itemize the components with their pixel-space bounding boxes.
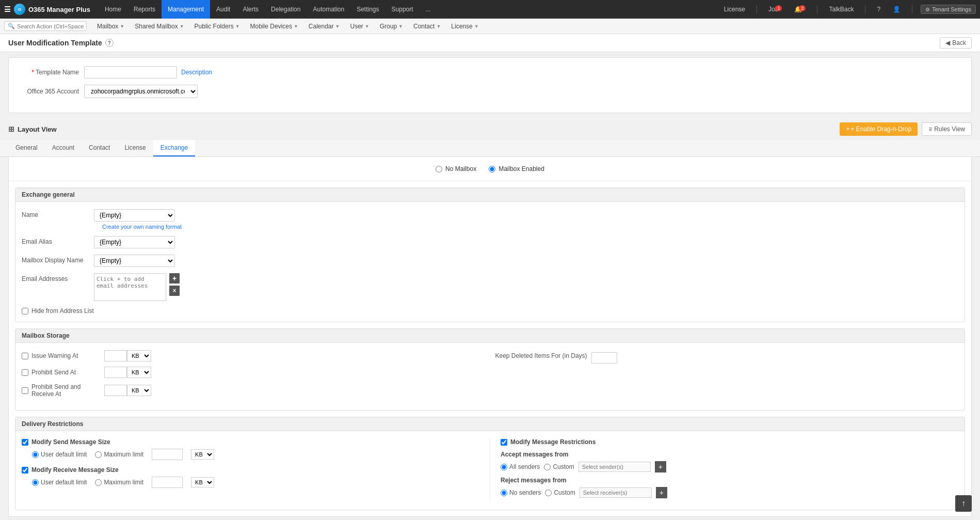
license-dropdown-arrow: ▼ bbox=[474, 24, 479, 29]
sub-nav-public-folders[interactable]: Public Folders ▼ bbox=[190, 22, 244, 31]
all-senders-option[interactable]: All senders bbox=[501, 463, 540, 470]
max-limit-send-radio[interactable] bbox=[95, 451, 102, 458]
prohibit-send-receive-checkbox[interactable] bbox=[22, 387, 28, 394]
prohibit-send-unit-select[interactable]: KB MB GB bbox=[127, 367, 151, 378]
select-receivers-input[interactable] bbox=[580, 487, 652, 498]
receive-size-unit-select[interactable]: KB MB GB bbox=[191, 477, 214, 487]
sub-nav-shared-mailbox[interactable]: Shared Mailbox ▼ bbox=[131, 22, 188, 31]
add-email-button[interactable]: + bbox=[169, 273, 180, 283]
search-box[interactable]: 🔍 bbox=[4, 21, 87, 31]
nav-support[interactable]: Support bbox=[385, 0, 420, 19]
issue-warning-input[interactable] bbox=[104, 350, 127, 361]
custom-receivers-option[interactable]: Custom bbox=[545, 489, 575, 496]
modify-receive-checkbox[interactable] bbox=[22, 467, 28, 474]
name-select[interactable]: {Empty} bbox=[94, 210, 174, 221]
user-default-send-option[interactable]: User default limit bbox=[32, 451, 87, 458]
send-size-unit-select[interactable]: KB MB GB bbox=[191, 449, 214, 460]
prohibit-send-receive-input[interactable] bbox=[104, 385, 127, 396]
prohibit-send-checkbox[interactable] bbox=[22, 369, 28, 376]
nav-more[interactable]: ... bbox=[420, 0, 437, 19]
nav-audit[interactable]: Audit bbox=[210, 0, 236, 19]
hamburger-icon[interactable]: ☰ bbox=[4, 5, 11, 13]
issue-warning-unit-select[interactable]: KB MB GB bbox=[127, 350, 151, 361]
sub-nav-group[interactable]: Group ▼ bbox=[376, 22, 407, 31]
nav-alerts[interactable]: Alerts bbox=[236, 0, 265, 19]
rules-view-button[interactable]: ≡ Rules View bbox=[922, 122, 972, 136]
email-alias-select[interactable]: {Empty} bbox=[94, 237, 174, 248]
sub-nav-mobile-devices[interactable]: Mobile Devices ▼ bbox=[246, 22, 302, 31]
app-name: O365 Manager Plus bbox=[28, 6, 90, 13]
user-default-receive-radio[interactable] bbox=[32, 479, 39, 486]
sub-nav-contact[interactable]: Contact ▼ bbox=[409, 22, 445, 31]
modify-receive-radio-row: User default limit Maximum limit KB MB G… bbox=[32, 477, 479, 488]
search-input[interactable] bbox=[17, 23, 84, 29]
no-mailbox-option[interactable]: No Mailbox bbox=[436, 165, 476, 172]
add-sender-button[interactable]: + bbox=[655, 461, 666, 472]
custom-senders-option[interactable]: Custom bbox=[544, 463, 574, 470]
nav-home[interactable]: Home bbox=[99, 0, 127, 19]
sub-nav-user[interactable]: User ▼ bbox=[346, 22, 373, 31]
template-name-input[interactable] bbox=[84, 66, 177, 78]
back-button[interactable]: ◀ Back bbox=[940, 37, 972, 49]
main-content: No Mailbox Mailbox Enabled Exchange gene… bbox=[8, 157, 972, 517]
office365-select[interactable]: zohocorpadmgrplus.onmicrosoft.com bbox=[84, 85, 198, 98]
max-limit-receive-input[interactable] bbox=[152, 477, 183, 488]
app-logo[interactable]: ☰ O O365 Manager Plus bbox=[4, 4, 90, 15]
talkback-link[interactable]: TalkBack bbox=[826, 5, 857, 14]
max-limit-receive-radio[interactable] bbox=[95, 479, 102, 486]
sub-nav-license[interactable]: License ▼ bbox=[447, 22, 483, 31]
issue-warning-checkbox[interactable] bbox=[22, 353, 28, 359]
sub-nav-calendar[interactable]: Calendar ▼ bbox=[304, 22, 344, 31]
mailbox-enabled-radio[interactable] bbox=[489, 166, 495, 172]
modify-msg-restrictions-checkbox[interactable] bbox=[501, 439, 507, 446]
enable-drag-drop-button[interactable]: + + Enable Drag-n-Drop bbox=[840, 122, 918, 136]
max-limit-send-option[interactable]: Maximum limit bbox=[95, 451, 143, 458]
sub-nav-mailbox[interactable]: Mailbox ▼ bbox=[93, 22, 128, 31]
user-default-receive-option[interactable]: User default limit bbox=[32, 479, 87, 486]
name-select-wrapper: {Empty} bbox=[94, 209, 175, 222]
select-senders-input[interactable] bbox=[579, 462, 651, 472]
description-link[interactable]: Description bbox=[181, 69, 212, 76]
tab-license[interactable]: License bbox=[117, 140, 153, 156]
remove-email-button[interactable]: × bbox=[169, 286, 180, 296]
accept-reject-section: Accept messages from All senders Custom … bbox=[501, 451, 958, 498]
prohibit-send-input[interactable] bbox=[104, 367, 127, 378]
user-default-send-radio[interactable] bbox=[32, 451, 39, 458]
nav-settings[interactable]: Settings bbox=[350, 0, 385, 19]
nav-management[interactable]: Management bbox=[162, 0, 210, 19]
delivery-restrictions-section: Delivery Restrictions Modify Send Messag… bbox=[15, 417, 965, 510]
license-link[interactable]: License bbox=[721, 5, 748, 14]
max-limit-receive-option[interactable]: Maximum limit bbox=[95, 479, 143, 486]
keep-deleted-input[interactable] bbox=[591, 352, 617, 364]
tab-account[interactable]: Account bbox=[45, 140, 82, 156]
mailbox-display-control: {Empty} bbox=[94, 255, 958, 267]
mailbox-display-select[interactable]: {Empty} bbox=[94, 255, 174, 266]
nav-automation[interactable]: Automation bbox=[307, 0, 350, 19]
prohibit-send-receive-unit-select[interactable]: KB MB GB bbox=[127, 385, 151, 396]
hide-from-list-checkbox[interactable] bbox=[22, 308, 28, 314]
mailbox-enabled-option[interactable]: Mailbox Enabled bbox=[489, 165, 544, 172]
email-addresses-textarea[interactable] bbox=[94, 273, 166, 301]
page-help-icon[interactable]: ? bbox=[105, 39, 114, 47]
tenant-settings-button[interactable]: ⚙ Tenant Settings bbox=[921, 5, 976, 14]
no-mailbox-radio[interactable] bbox=[436, 166, 442, 172]
nav-delegation[interactable]: Delegation bbox=[265, 0, 307, 19]
jobs-link[interactable]: Job1 bbox=[765, 5, 785, 14]
modify-send-checkbox[interactable] bbox=[22, 439, 28, 446]
notifications-icon[interactable]: 🔔2 bbox=[791, 5, 809, 14]
max-limit-send-input[interactable] bbox=[152, 449, 183, 460]
tab-exchange[interactable]: Exchange bbox=[153, 140, 195, 156]
tab-contact[interactable]: Contact bbox=[82, 140, 117, 156]
add-receiver-button[interactable]: + bbox=[656, 487, 667, 498]
tab-general[interactable]: General bbox=[8, 140, 45, 156]
no-senders-option[interactable]: No senders bbox=[501, 489, 541, 496]
custom-receivers-radio[interactable] bbox=[545, 490, 552, 496]
help-icon[interactable]: ? bbox=[874, 5, 883, 14]
no-senders-radio[interactable] bbox=[501, 490, 507, 496]
scroll-to-top-icon[interactable]: ↑ bbox=[955, 495, 972, 512]
naming-format-link[interactable]: Create your own naming format bbox=[102, 224, 182, 230]
custom-senders-radio[interactable] bbox=[544, 464, 551, 470]
user-icon[interactable]: 👤 bbox=[890, 5, 904, 14]
all-senders-radio[interactable] bbox=[501, 464, 507, 470]
nav-reports[interactable]: Reports bbox=[127, 0, 162, 19]
